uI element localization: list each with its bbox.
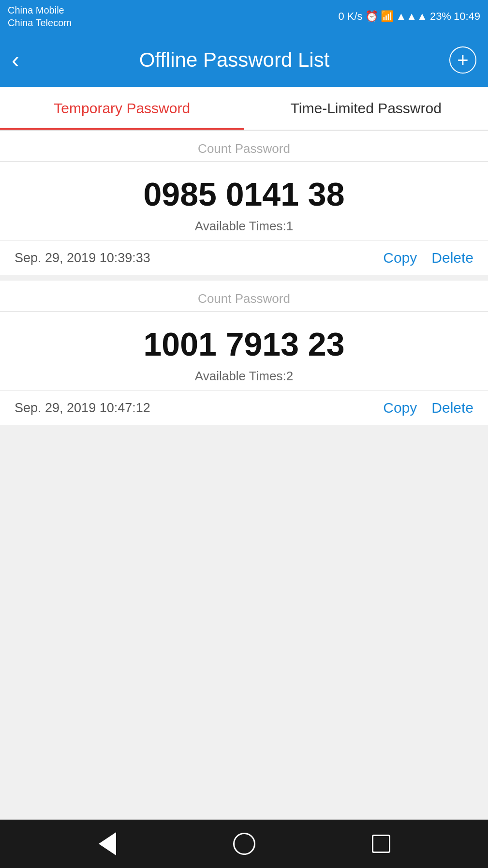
tab-time-limited-password[interactable]: Time-Limited Passwrod — [244, 87, 488, 130]
card-footer-2: Sep. 29, 2019 10:47:12 Copy Delete — [0, 390, 488, 425]
card-date-1: Sep. 29, 2019 10:39:33 — [15, 251, 150, 266]
tab-temporary-label: Temporary Password — [54, 100, 190, 117]
wifi-icon: 📶 — [381, 10, 394, 23]
tab-temporary-password[interactable]: Temporary Password — [0, 87, 244, 130]
delete-button-2[interactable]: Delete — [431, 400, 473, 416]
nav-recents-button[interactable] — [369, 831, 394, 856]
signal-icon: ▲▲▲ — [396, 10, 428, 23]
alarm-icon: ⏰ — [365, 10, 378, 23]
status-icons: 0 K/s ⏰ 📶 ▲▲▲ 23% 10:49 — [338, 10, 480, 23]
tab-bar: Temporary Password Time-Limited Passwrod — [0, 87, 488, 131]
status-bar: China Mobile China Telecom 0 K/s ⏰ 📶 ▲▲▲… — [0, 0, 488, 33]
password-card-1: Count Password 0985 0141 38 Available Ti… — [0, 131, 488, 275]
card-footer-1: Sep. 29, 2019 10:39:33 Copy Delete — [0, 240, 488, 275]
copy-button-2[interactable]: Copy — [383, 400, 417, 416]
nav-back-icon — [99, 832, 116, 855]
card-type-label-1: Count Password — [0, 131, 488, 162]
delete-button-1[interactable]: Delete — [431, 250, 473, 266]
nav-home-button[interactable] — [232, 831, 257, 856]
toolbar: ‹ Offline Password List + — [0, 33, 488, 87]
password-value-2: 1001 7913 23 — [0, 312, 488, 369]
available-times-1: Available Times:1 — [0, 219, 488, 240]
nav-home-icon — [233, 833, 255, 855]
battery-text: 23% — [430, 10, 451, 23]
tab-time-limited-label: Time-Limited Passwrod — [291, 100, 442, 117]
card-type-label-2: Count Password — [0, 281, 488, 312]
add-button[interactable]: + — [449, 46, 476, 74]
card-actions-1: Copy Delete — [383, 250, 473, 266]
password-card-2: Count Password 1001 7913 23 Available Ti… — [0, 281, 488, 425]
available-times-2: Available Times:2 — [0, 369, 488, 390]
carrier2: China Telecom — [8, 16, 72, 29]
carrier-info: China Mobile China Telecom — [8, 4, 72, 29]
back-button[interactable]: ‹ — [12, 48, 19, 72]
card-date-2: Sep. 29, 2019 10:47:12 — [15, 401, 150, 416]
carrier1: China Mobile — [8, 4, 72, 16]
nav-back-button[interactable] — [95, 831, 120, 856]
nav-recents-icon — [372, 835, 390, 853]
card-actions-2: Copy Delete — [383, 400, 473, 416]
network-speed: 0 K/s — [338, 10, 362, 23]
clock: 10:49 — [454, 10, 480, 23]
password-value-1: 0985 0141 38 — [0, 162, 488, 219]
empty-area — [0, 431, 488, 820]
page-title: Offline Password List — [19, 48, 449, 72]
content-area: Count Password 0985 0141 38 Available Ti… — [0, 131, 488, 820]
copy-button-1[interactable]: Copy — [383, 250, 417, 266]
bottom-nav — [0, 820, 488, 868]
